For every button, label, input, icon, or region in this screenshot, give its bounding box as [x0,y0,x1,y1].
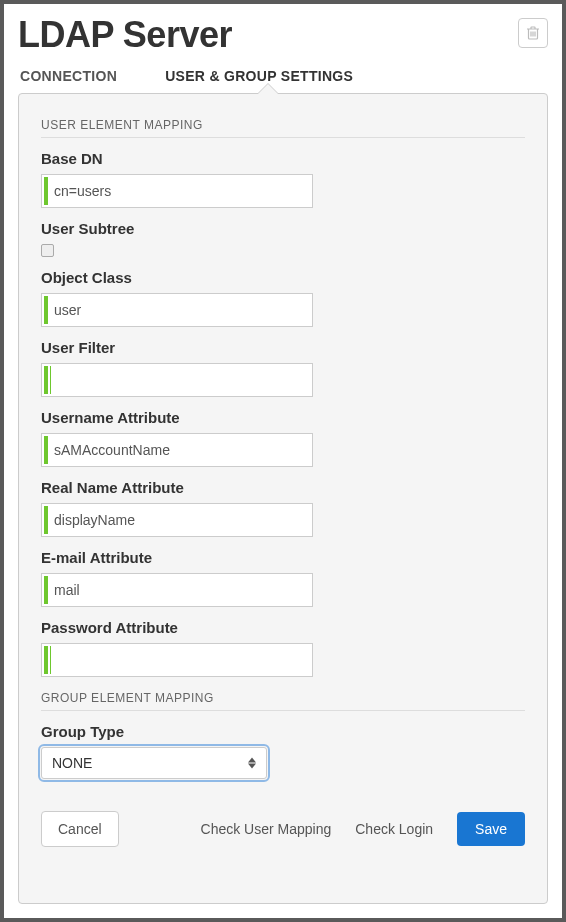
input-wrap-real-name-attribute [41,503,313,537]
input-wrap-object-class [41,293,313,327]
input-wrap-base-dn [41,174,313,208]
section-group-mapping: GROUP ELEMENT MAPPING [41,691,525,711]
select-arrows-icon [248,758,256,769]
cancel-button[interactable]: Cancel [41,811,119,847]
check-login-button[interactable]: Check Login [355,821,433,837]
field-password-attribute: Password Attribute [41,619,525,677]
page-container: LDAP Server CONNECTION USER & GROUP SETT… [4,4,562,918]
input-username-attribute[interactable] [54,434,306,466]
field-object-class: Object Class [41,269,525,327]
label-base-dn: Base DN [41,150,525,167]
label-email-attribute: E-mail Attribute [41,549,525,566]
footer-actions: Cancel Check User Mapping Check Login Sa… [41,811,525,847]
select-group-type-value: NONE [52,755,92,771]
validity-bar [44,576,48,604]
tabs: CONNECTION USER & GROUP SETTINGS [18,56,548,94]
field-group-type: Group Type NONE [41,723,525,779]
input-wrap-password-attribute [41,643,313,677]
input-object-class[interactable] [54,294,306,326]
field-real-name-attribute: Real Name Attribute [41,479,525,537]
validity-bar [44,366,48,394]
label-password-attribute: Password Attribute [41,619,525,636]
label-user-subtree: User Subtree [41,220,525,237]
header-row: LDAP Server [18,14,548,56]
checkbox-wrap [41,244,525,257]
label-object-class: Object Class [41,269,525,286]
validity-bar [44,177,48,205]
tab-caret [257,83,279,94]
input-email-attribute[interactable] [54,574,306,606]
validity-bar [44,506,48,534]
section-user-mapping: USER ELEMENT MAPPING [41,118,525,138]
delete-button[interactable] [518,18,548,48]
footer-right: Check User Mapping Check Login Save [201,812,525,846]
check-user-mapping-button[interactable]: Check User Mapping [201,821,332,837]
validity-bar [44,296,48,324]
input-real-name-attribute[interactable] [54,504,306,536]
trash-icon [526,25,540,41]
settings-panel: USER ELEMENT MAPPING Base DN User Subtre… [18,93,548,904]
label-username-attribute: Username Attribute [41,409,525,426]
checkbox-user-subtree[interactable] [41,244,54,257]
label-group-type: Group Type [41,723,525,740]
input-wrap-user-filter [41,363,313,397]
label-user-filter: User Filter [41,339,525,356]
input-password-attribute[interactable] [54,644,306,676]
panel-wrap: USER ELEMENT MAPPING Base DN User Subtre… [18,93,548,904]
input-base-dn[interactable] [54,175,306,207]
field-user-filter: User Filter [41,339,525,397]
field-username-attribute: Username Attribute [41,409,525,467]
field-email-attribute: E-mail Attribute [41,549,525,607]
select-group-type[interactable]: NONE [41,747,267,779]
input-user-filter[interactable] [54,364,306,396]
save-button[interactable]: Save [457,812,525,846]
field-base-dn: Base DN [41,150,525,208]
tab-connection[interactable]: CONNECTION [20,68,117,94]
validity-bar [44,646,48,674]
input-wrap-email-attribute [41,573,313,607]
label-real-name-attribute: Real Name Attribute [41,479,525,496]
page-title: LDAP Server [18,14,232,56]
field-user-subtree: User Subtree [41,220,525,257]
input-wrap-username-attribute [41,433,313,467]
validity-bar [44,436,48,464]
